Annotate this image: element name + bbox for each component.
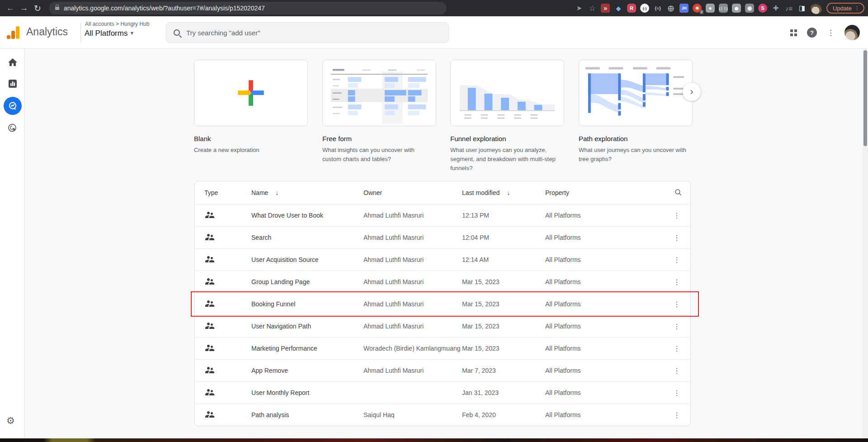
exploration-name[interactable]: Booking Funnel	[251, 300, 363, 308]
global-search-input[interactable]	[186, 29, 441, 37]
table-search-icon[interactable]	[655, 188, 690, 198]
template-gallery-next-button[interactable]: ›	[683, 83, 701, 101]
table-row[interactable]: What Drove User to Book Ahmad Luthfi Mas…	[195, 204, 690, 226]
table-row[interactable]: User Navigation Path Ahmad Luthfi Masrur…	[195, 315, 690, 337]
browser-back-icon[interactable]: ←	[4, 3, 17, 13]
exploration-name[interactable]: User Navigation Path	[251, 323, 363, 330]
admin-settings-gear-icon[interactable]: ⚙	[6, 415, 15, 426]
side-panel-icon[interactable]: ◨	[797, 4, 807, 13]
video-speed-extension-icon[interactable]: »	[601, 4, 610, 13]
nav-advertising-icon[interactable]	[7, 122, 19, 134]
template-description: What user journeys can you analyze, segm…	[450, 146, 561, 173]
help-icon[interactable]: ?	[807, 28, 817, 38]
chrome-update-button[interactable]: Update ⋮	[826, 3, 864, 14]
address-bar[interactable]: analytics.google.com/analytics/web/?auth…	[49, 2, 447, 14]
property-selector-label: All Platforms	[85, 29, 127, 38]
bookmark-star-icon[interactable]: ☆	[588, 4, 597, 13]
row-kebab-menu-icon[interactable]: ⋮	[670, 321, 683, 332]
exploration-name[interactable]: User Monthly Report	[251, 389, 363, 396]
browser-reload-icon[interactable]: ↻	[31, 3, 44, 14]
table-row[interactable]: Path analysis Saiqul Haq Feb 4, 2020 All…	[195, 404, 690, 426]
google-apps-grid-icon[interactable]	[790, 29, 797, 36]
exploration-property: All Platforms	[545, 367, 655, 374]
page-scrollbar[interactable]	[863, 49, 868, 438]
browser-profile-avatar[interactable]	[811, 2, 822, 14]
analytics-logo-icon[interactable]	[7, 26, 20, 40]
table-header-row: Type Name↓ Owner Last modified↓ Property	[195, 181, 690, 204]
table-row[interactable]: Booking Funnel Ahmad Luthfi Masruri Mar …	[195, 293, 690, 315]
exploration-property: All Platforms	[545, 389, 655, 396]
s-ribbon-extension-icon[interactable]: S	[758, 4, 767, 13]
row-kebab-menu-icon[interactable]: ⋮	[670, 343, 683, 354]
person-extension-icon[interactable]: ☻	[732, 4, 741, 13]
template-card-free-form[interactable]: Free form What insights can you uncover …	[322, 60, 436, 164]
nav-reports-icon[interactable]	[7, 78, 19, 90]
col-header-owner[interactable]: Owner	[363, 189, 462, 196]
ribbon-r-extension-icon[interactable]: R	[627, 4, 636, 13]
table-row[interactable]: User Monthly Report Jan 31, 2023 All Pla…	[195, 381, 690, 404]
user-avatar[interactable]	[844, 25, 860, 40]
property-selector[interactable]: All Platforms▼	[85, 29, 134, 38]
hand-blocker-extension-icon[interactable]: ✳2	[693, 4, 702, 13]
braces-list-extension-icon[interactable]: {≡}	[653, 4, 662, 13]
parens-dots-extension-icon[interactable]: (·)	[640, 4, 649, 13]
exploration-type-people-icon	[195, 365, 251, 377]
row-kebab-menu-icon[interactable]: ⋮	[670, 387, 683, 399]
stream-bars-extension-icon[interactable]: (❘❘)	[719, 4, 728, 13]
exploration-name[interactable]: Group Landing Page	[251, 278, 363, 285]
global-search-bar[interactable]	[166, 22, 449, 43]
table-row[interactable]: Group Landing Page Ahmad Luthfi Masruri …	[195, 271, 690, 293]
table-row[interactable]: Marketing Performance Woradech (Birdie) …	[195, 337, 690, 359]
col-header-name[interactable]: Name↓	[251, 189, 363, 196]
row-kebab-menu-icon[interactable]: ⋮	[670, 365, 683, 376]
row-kebab-menu-icon[interactable]: ⋮	[670, 299, 683, 310]
table-row[interactable]: User Acquisition Source Ahmad Luthfi Mas…	[195, 248, 690, 271]
exploration-owner: Ahmad Luthfi Masruri	[363, 212, 462, 219]
jh-extension-icon[interactable]: JH	[679, 4, 689, 13]
exploration-name[interactable]: Marketing Performance	[251, 345, 363, 352]
exploration-type-people-icon	[195, 409, 251, 421]
exploration-name[interactable]: App Remove	[251, 367, 363, 374]
line-messenger-extension-icon[interactable]: ●	[706, 4, 715, 13]
exploration-last-modified: 12:14 AM	[462, 256, 545, 263]
exploration-name[interactable]: Search	[251, 234, 363, 241]
globe-extension-icon[interactable]: ⊕	[666, 4, 675, 13]
template-card-blank[interactable]: Blank Create a new exploration	[194, 60, 308, 155]
col-header-property[interactable]: Property	[545, 189, 655, 196]
row-kebab-menu-icon[interactable]: ⋮	[670, 232, 683, 243]
exploration-owner: Ahmad Luthfi Masruri	[363, 367, 462, 374]
template-card-funnel-exploration[interactable]: Funnel exploration What user journeys ca…	[450, 60, 564, 173]
extensions-puzzle-icon[interactable]: ✚	[771, 4, 780, 13]
exploration-type-people-icon	[195, 342, 251, 355]
col-header-modified[interactable]: Last modified↓	[462, 189, 545, 196]
nav-home-icon[interactable]	[7, 57, 19, 68]
exploration-last-modified: Jan 31, 2023	[462, 389, 545, 396]
table-row[interactable]: Search Ahmad Luthfi Masruri 12:04 PM All…	[195, 226, 690, 248]
header-kebab-menu-icon[interactable]: ⋮	[827, 28, 835, 38]
nav-explore-icon-selected[interactable]	[4, 97, 22, 115]
col-header-type[interactable]: Type	[195, 189, 251, 196]
eyedropper-extension-icon[interactable]: ◆	[614, 4, 623, 13]
template-title: Path exploration	[579, 135, 693, 143]
row-kebab-menu-icon[interactable]: ⋮	[670, 210, 683, 221]
scrollbar-thumb[interactable]	[863, 50, 867, 146]
exploration-name[interactable]: What Drove User to Book	[251, 212, 363, 219]
template-card-path-exploration[interactable]: Path exploration What user journeys can …	[579, 60, 693, 164]
table-row[interactable]: App Remove Ahmad Luthfi Masruri Mar 7, 2…	[195, 359, 690, 381]
media-playlist-icon[interactable]: ♪≡	[784, 4, 793, 13]
share-send-icon[interactable]: ➤	[575, 4, 584, 13]
exploration-property: All Platforms	[545, 234, 655, 241]
exploration-name[interactable]: User Acquisition Source	[251, 256, 363, 263]
url-text[interactable]: analytics.google.com/analytics/web/?auth…	[64, 5, 265, 12]
camera-extension-icon[interactable]: ◉	[745, 4, 754, 13]
path-exploration-thumbnail	[579, 60, 693, 126]
exploration-owner: Saiqul Haq	[363, 411, 462, 418]
row-kebab-menu-icon[interactable]: ⋮	[670, 276, 683, 288]
row-kebab-menu-icon[interactable]: ⋮	[670, 254, 683, 266]
exploration-name[interactable]: Path analysis	[251, 411, 363, 418]
header-divider	[80, 23, 81, 43]
ssl-lock-icon[interactable]	[55, 7, 59, 10]
browser-forward-icon[interactable]: →	[17, 3, 31, 13]
account-breadcrumb[interactable]: All accounts > Hungry Hub	[85, 21, 149, 27]
row-kebab-menu-icon[interactable]: ⋮	[670, 409, 683, 421]
